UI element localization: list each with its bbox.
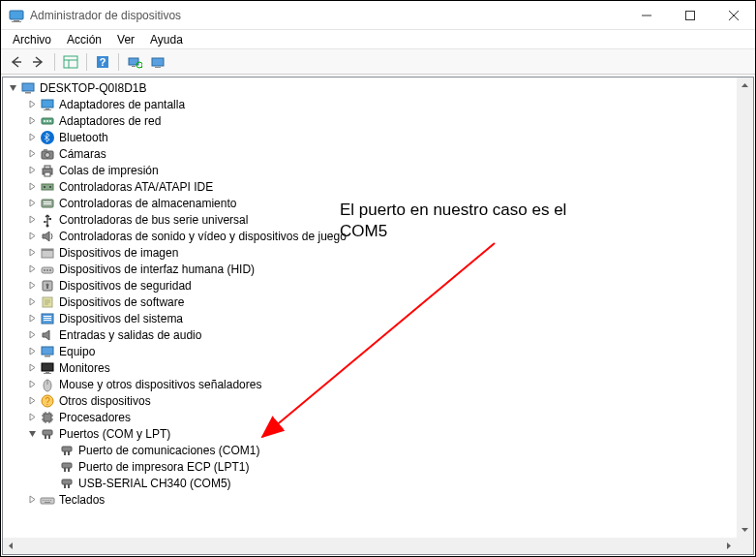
expand-icon[interactable] — [24, 262, 40, 277]
tree-node-label: Bluetooth — [59, 130, 108, 144]
display-icon — [40, 97, 55, 112]
tree-node-cat-1[interactable]: Adaptadores de red — [3, 112, 737, 129]
tree-node-cat-12[interactable]: Dispositivos de software — [3, 294, 737, 310]
bluetooth-icon — [40, 130, 55, 145]
tree-node-cat-20[interactable]: Puertos (COM y LPT) — [3, 425, 737, 442]
expand-icon[interactable] — [24, 492, 40, 508]
ide-icon — [40, 179, 55, 195]
vertical-scrollbar[interactable] — [737, 77, 753, 538]
tree-node-cat-20-child-1[interactable]: Puerto de impresora ECP (LPT1) — [3, 458, 737, 475]
scroll-up-arrow[interactable] — [737, 77, 753, 94]
storage-icon — [40, 196, 55, 211]
tree-node-label: USB-SERIAL CH340 (COM5) — [78, 476, 231, 490]
horizontal-scrollbar[interactable] — [3, 538, 737, 554]
usb-icon — [40, 212, 55, 228]
expand-icon[interactable] — [24, 113, 40, 129]
device-tree[interactable]: DESKTOP-Q0I8D1BAdaptadores de pantallaAd… — [3, 77, 737, 538]
tree-node-cat-19[interactable]: Procesadores — [3, 409, 737, 425]
app-icon — [9, 8, 24, 23]
expand-icon[interactable] — [24, 179, 40, 195]
expand-icon[interactable] — [24, 327, 40, 343]
svg-rect-81 — [62, 463, 72, 468]
svg-rect-42 — [49, 218, 51, 220]
expand-icon[interactable] — [24, 410, 40, 425]
tree-node-cat-20-child-2[interactable]: USB-SERIAL CH340 (COM5) — [3, 475, 737, 491]
minimize-button[interactable] — [624, 1, 668, 29]
svg-rect-39 — [44, 203, 51, 204]
expand-icon[interactable] — [24, 97, 40, 112]
port-icon — [59, 476, 75, 491]
tree-node-label: Dispositivos de interfaz humana (HID) — [59, 262, 255, 276]
expand-icon[interactable] — [24, 196, 40, 211]
svg-rect-34 — [42, 184, 53, 190]
tree-node-cat-14[interactable]: Entradas y salidas de audio — [3, 326, 737, 343]
scroll-right-arrow[interactable] — [720, 538, 737, 554]
svg-rect-93 — [45, 502, 50, 503]
expand-icon[interactable] — [24, 344, 40, 359]
svg-rect-61 — [44, 373, 51, 374]
svg-text:?: ? — [45, 396, 50, 407]
tree-node-cat-3[interactable]: Cámaras — [3, 145, 737, 162]
expand-icon[interactable] — [24, 294, 40, 310]
tree-node-cat-17[interactable]: Mouse y otros dispositivos señaladores — [3, 376, 737, 392]
tree-node-cat-21[interactable]: Teclados — [3, 491, 737, 508]
expand-icon[interactable] — [24, 130, 40, 145]
svg-rect-16 — [152, 58, 164, 66]
tree-node-cat-15[interactable]: Equipo — [3, 343, 737, 359]
scroll-left-arrow[interactable] — [3, 538, 19, 554]
expand-icon[interactable] — [24, 229, 40, 244]
imaging-icon — [40, 245, 55, 261]
menu-ayuda[interactable]: Ayuda — [142, 31, 191, 48]
tree-node-cat-18[interactable]: ?Otros dispositivos — [3, 392, 737, 409]
show-hide-console-button[interactable] — [60, 51, 81, 73]
expander-spacer — [44, 443, 59, 458]
expand-icon[interactable] — [24, 311, 40, 326]
svg-rect-82 — [64, 468, 66, 472]
tree-node-cat-13[interactable]: Dispositivos del sistema — [3, 310, 737, 326]
port-icon — [59, 443, 75, 458]
expand-icon[interactable] — [24, 278, 40, 294]
back-button[interactable] — [5, 51, 26, 73]
scan-hardware-button[interactable] — [124, 51, 145, 73]
tree-node-cat-9[interactable]: Dispositivos de imagen — [3, 244, 737, 261]
tree-node-root[interactable]: DESKTOP-Q0I8D1B — [3, 79, 737, 96]
svg-rect-75 — [43, 430, 52, 435]
svg-rect-85 — [64, 484, 66, 488]
tree-node-cat-4[interactable]: Colas de impresión — [3, 162, 737, 178]
annotation-line1: El puerto en nuestro caso es el — [340, 200, 566, 221]
help-button[interactable]: ? — [92, 51, 113, 73]
expand-icon[interactable] — [24, 245, 40, 261]
svg-rect-78 — [62, 447, 72, 451]
expand-icon[interactable] — [24, 377, 40, 392]
svg-rect-38 — [44, 201, 51, 202]
expand-icon[interactable] — [24, 163, 40, 178]
forward-button[interactable] — [28, 51, 49, 73]
collapse-icon[interactable] — [5, 80, 20, 96]
tree-node-cat-10[interactable]: Dispositivos de interfaz humana (HID) — [3, 261, 737, 277]
expand-icon[interactable] — [24, 393, 40, 409]
tree-node-cat-5[interactable]: Controladoras ATA/ATAPI IDE — [3, 178, 737, 195]
tree-node-cat-16[interactable]: Monitores — [3, 359, 737, 376]
menu-archivo[interactable]: Archivo — [5, 31, 59, 48]
svg-rect-92 — [50, 500, 51, 501]
expand-icon[interactable] — [24, 212, 40, 228]
tree-node-cat-2[interactable]: Bluetooth — [3, 129, 737, 145]
tree-node-cat-20-child-0[interactable]: Puerto de comunicaciones (COM1) — [3, 442, 737, 458]
tree-node-label: Equipo — [59, 344, 95, 358]
tree-node-cat-11[interactable]: Dispositivos de seguridad — [3, 277, 737, 294]
svg-rect-90 — [46, 500, 47, 501]
svg-rect-1 — [14, 20, 19, 21]
close-button[interactable] — [711, 1, 755, 29]
svg-rect-2 — [12, 21, 21, 22]
scroll-down-arrow[interactable] — [737, 521, 753, 538]
collapse-icon[interactable] — [24, 426, 40, 442]
svg-point-25 — [46, 120, 48, 122]
menu-ver[interactable]: Ver — [109, 31, 142, 48]
devices-printers-button[interactable] — [147, 51, 168, 73]
menu-accion[interactable]: Acción — [59, 31, 109, 48]
tree-node-label: Puerto de comunicaciones (COM1) — [78, 443, 259, 457]
expand-icon[interactable] — [24, 146, 40, 162]
expand-icon[interactable] — [24, 360, 40, 376]
tree-node-cat-0[interactable]: Adaptadores de pantalla — [3, 96, 737, 112]
maximize-button[interactable] — [668, 1, 711, 29]
